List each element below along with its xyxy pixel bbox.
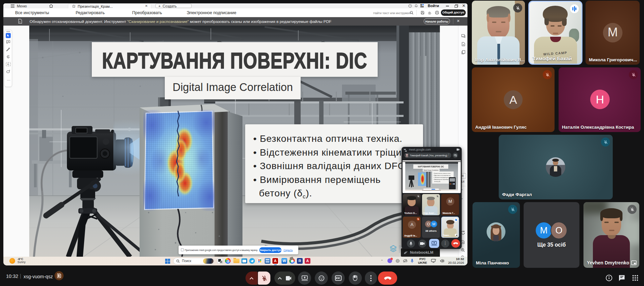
svg-text:A: A	[19, 21, 21, 23]
svg-text:A: A	[7, 63, 9, 66]
svg-text:?: ?	[410, 5, 411, 7]
